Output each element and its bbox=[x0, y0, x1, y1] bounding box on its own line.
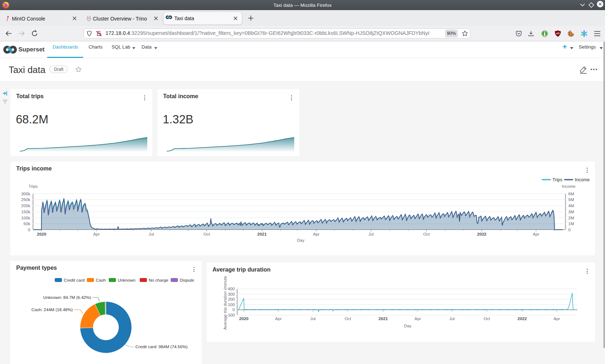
svg-text:Day: Day bbox=[404, 323, 412, 328]
svg-text:6M: 6M bbox=[568, 191, 574, 196]
svg-text:400: 400 bbox=[228, 286, 235, 291]
svg-text:3M: 3M bbox=[568, 209, 574, 214]
svg-text:Income: Income bbox=[575, 177, 590, 182]
svg-text:Unknown: 84.7M (6.42%): Unknown: 84.7M (6.42%) bbox=[43, 295, 91, 300]
svg-text:200: 200 bbox=[228, 297, 235, 301]
svg-text:1M: 1M bbox=[568, 221, 574, 226]
svg-text:Apr: Apr bbox=[554, 316, 560, 321]
svg-text:Trips: Trips bbox=[28, 184, 38, 188]
svg-text:Day: Day bbox=[297, 238, 305, 242]
svg-text:4M: 4M bbox=[568, 203, 574, 208]
svg-text:Credit card: 984M (74.56%): Credit card: 984M (74.56%) bbox=[135, 344, 188, 349]
svg-text:-100: -100 bbox=[227, 313, 235, 317]
svg-text:2022: 2022 bbox=[477, 232, 487, 236]
svg-text:250k: 250k bbox=[21, 197, 30, 202]
svg-text:Jul: Jul bbox=[310, 316, 316, 321]
svg-text:5M: 5M bbox=[568, 197, 574, 202]
svg-text:Credit card: Credit card bbox=[64, 278, 85, 283]
svg-text:Trips: Trips bbox=[552, 177, 563, 182]
svg-text:300k: 300k bbox=[21, 191, 30, 196]
svg-text:Oct: Oct bbox=[203, 232, 210, 236]
svg-text:0: 0 bbox=[28, 227, 30, 232]
svg-text:No charge: No charge bbox=[149, 278, 169, 283]
svg-text:0: 0 bbox=[568, 227, 570, 232]
svg-text:Jul: Jul bbox=[449, 316, 455, 321]
svg-text:2022: 2022 bbox=[517, 316, 527, 321]
svg-text:Jul: Jul bbox=[149, 232, 154, 236]
svg-text:150k: 150k bbox=[21, 209, 30, 214]
svg-text:Income: Income bbox=[562, 184, 575, 188]
svg-text:2020: 2020 bbox=[239, 316, 248, 321]
svg-text:300: 300 bbox=[228, 292, 235, 296]
svg-text:100: 100 bbox=[228, 302, 235, 307]
svg-text:Apr: Apr bbox=[414, 316, 421, 321]
svg-text:Apr: Apr bbox=[93, 232, 100, 236]
svg-text:2021: 2021 bbox=[378, 316, 388, 321]
svg-text:100k: 100k bbox=[21, 215, 30, 220]
svg-text:Apr: Apr bbox=[275, 316, 282, 321]
svg-text:Average trip duration (minute: Average trip duration (minute bbox=[223, 276, 227, 329]
svg-text:2020: 2020 bbox=[37, 232, 46, 236]
svg-text:2021: 2021 bbox=[257, 232, 267, 236]
svg-text:Apr: Apr bbox=[533, 232, 539, 236]
svg-text:Oct: Oct bbox=[345, 316, 351, 321]
svg-text:200k: 200k bbox=[21, 203, 30, 208]
svg-text:Apr: Apr bbox=[313, 232, 319, 236]
svg-text:Oct: Oct bbox=[423, 232, 430, 236]
svg-text:2M: 2M bbox=[568, 215, 574, 220]
svg-text:Cash: Cash bbox=[96, 278, 106, 283]
svg-text:50k: 50k bbox=[23, 221, 30, 226]
svg-text:Dispute: Dispute bbox=[180, 278, 194, 283]
svg-text:Cash: 244M (18.48%): Cash: 244M (18.48%) bbox=[31, 307, 73, 312]
svg-text:Oct: Oct bbox=[484, 316, 490, 321]
svg-text:uO: uO bbox=[556, 32, 560, 35]
svg-text:0: 0 bbox=[233, 307, 235, 312]
svg-text:Jul: Jul bbox=[368, 232, 374, 236]
svg-text:Unknown: Unknown bbox=[118, 278, 135, 283]
